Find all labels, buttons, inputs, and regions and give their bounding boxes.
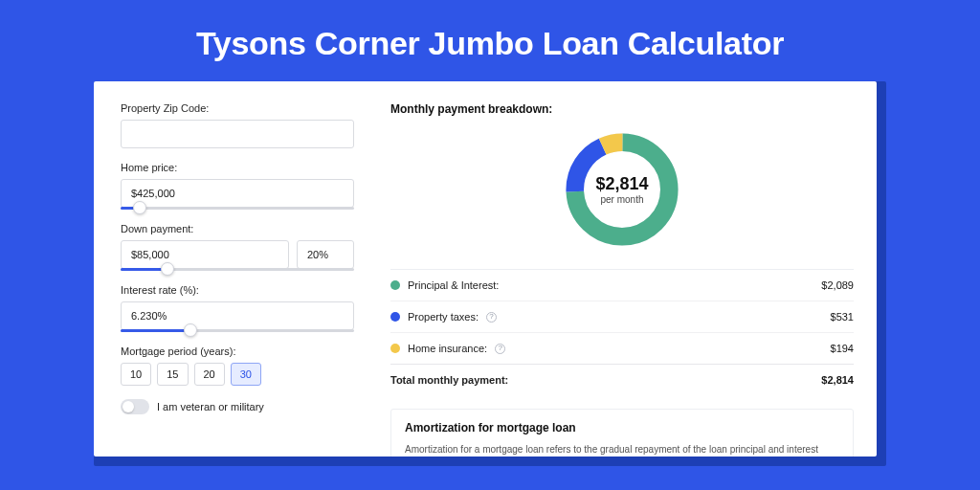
period-option-30[interactable]: 30 [231,363,261,386]
interest-input[interactable] [121,301,354,330]
breakdown-label: Principal & Interest: [390,279,499,291]
legend-dot-icon [390,344,400,353]
amortization-text: Amortization for a mortgage loan refers … [405,442,839,457]
zip-field: Property Zip Code: [121,102,354,148]
breakdown-row: Principal & Interest:$2,089 [390,269,854,301]
breakdown-label: Home insurance:? [390,343,505,354]
breakdown-label-text: Home insurance: [408,343,487,354]
breakdown-row: Home insurance:?$194 [390,332,854,364]
donut-chart: $2,814 per month [560,127,684,252]
period-option-20[interactable]: 20 [194,363,225,386]
page-title: Tysons Corner Jumbo Loan Calculator [0,0,980,81]
home-price-field: Home price: [121,162,354,210]
donut-amount: $2,814 [595,174,648,194]
amortization-heading: Amortization for mortgage loan [405,421,839,434]
donut-subtext: per month [600,194,643,205]
total-row: Total monthly payment: $2,814 [390,364,854,395]
card-shadow: Property Zip Code: Home price: Down paym… [94,81,886,466]
legend-dot-icon [390,312,400,322]
down-payment-slider[interactable] [121,268,354,271]
breakdown-label: Property taxes:? [390,311,497,323]
zip-input[interactable] [121,120,354,148]
period-label: Mortgage period (years): [121,345,354,357]
slider-thumb[interactable] [161,262,174,276]
down-payment-amount-input[interactable] [121,240,289,269]
legend-dot-icon [390,280,400,290]
form-panel: Property Zip Code: Home price: Down paym… [94,81,371,457]
interest-label: Interest rate (%): [121,284,354,296]
home-price-input[interactable] [121,179,354,208]
breakdown-panel: Monthly payment breakdown: $2,814 per mo… [371,81,877,457]
total-label: Total monthly payment: [390,374,508,386]
breakdown-heading: Monthly payment breakdown: [390,102,854,116]
period-field: Mortgage period (years): 10152030 [121,345,354,386]
home-price-slider[interactable] [121,207,354,210]
period-option-10[interactable]: 10 [121,363,151,386]
slider-thumb[interactable] [133,201,146,214]
veteran-toggle[interactable] [121,399,149,414]
zip-label: Property Zip Code: [121,102,354,114]
down-payment-field: Down payment: [121,223,354,271]
interest-field: Interest rate (%): [121,284,354,332]
breakdown-value: $2,089 [821,279,854,291]
donut-wrap: $2,814 per month [390,120,854,263]
info-icon[interactable]: ? [495,344,505,354]
donut-center: $2,814 per month [560,127,684,252]
home-price-label: Home price: [121,162,354,173]
down-payment-label: Down payment: [121,223,354,234]
breakdown-label-text: Principal & Interest: [408,279,499,291]
amortization-section: Amortization for mortgage loan Amortizat… [390,409,854,457]
breakdown-value: $194 [831,343,854,354]
down-payment-percent-input[interactable] [297,240,354,269]
slider-thumb[interactable] [184,323,197,337]
period-option-15[interactable]: 15 [157,363,188,386]
veteran-row: I am veteran or military [121,399,354,414]
calculator-card: Property Zip Code: Home price: Down paym… [94,81,877,457]
total-value: $2,814 [821,374,854,386]
breakdown-row: Property taxes:?$531 [390,301,854,332]
info-icon[interactable]: ? [486,312,497,323]
breakdown-label-text: Property taxes: [408,311,479,323]
interest-slider[interactable] [121,329,354,332]
breakdown-value: $531 [831,311,854,323]
veteran-label: I am veteran or military [157,401,264,412]
